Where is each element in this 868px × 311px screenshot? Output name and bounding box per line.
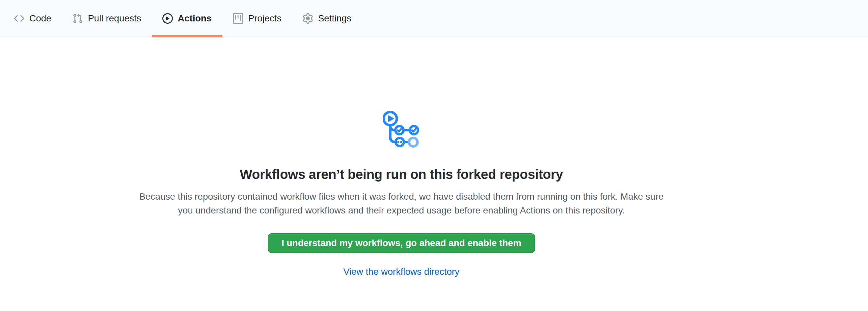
tab-code[interactable]: Code [3,0,62,37]
tab-projects-label: Projects [248,14,282,23]
tab-pull-requests-label: Pull requests [88,14,141,23]
tab-settings-label: Settings [318,14,351,23]
tab-settings[interactable]: Settings [292,0,362,37]
tab-actions[interactable]: Actions [152,0,222,37]
view-workflows-directory-link[interactable]: View the workflows directory [343,267,460,277]
tab-code-label: Code [29,14,51,23]
git-pull-request-icon [72,13,83,24]
repo-nav: Code Pull requests Actions Projects Sett… [0,0,868,37]
project-board-icon [233,13,243,24]
tab-pull-requests[interactable]: Pull requests [62,0,152,37]
workflow-graph-icon [383,111,420,150]
blankslate-heading: Workflows aren’t being run on this forke… [0,166,803,183]
code-icon [14,13,24,24]
play-circle-icon [162,13,173,24]
gear-icon [303,13,313,24]
tab-actions-label: Actions [178,14,212,23]
enable-workflows-button[interactable]: I understand my workflows, go ahead and … [268,233,535,253]
actions-blankslate: Workflows aren’t being run on this forke… [0,37,803,277]
tab-projects[interactable]: Projects [222,0,292,37]
blankslate-description: Because this repository contained workfl… [131,190,672,217]
